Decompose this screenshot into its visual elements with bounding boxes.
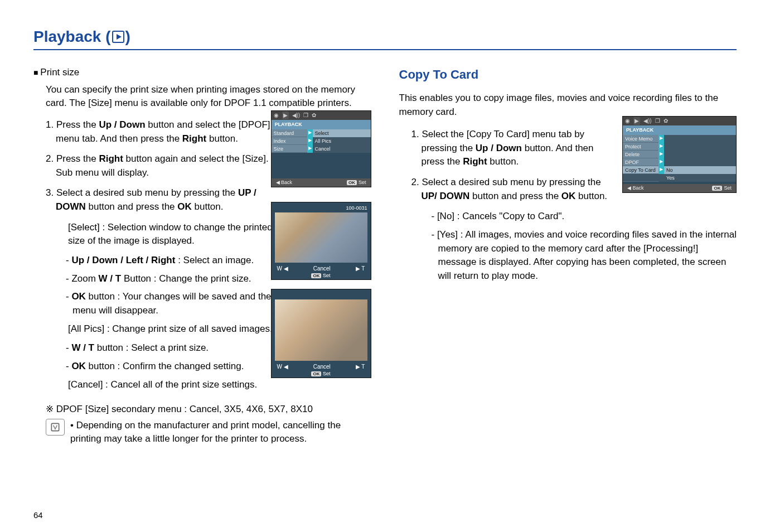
copy-title: Copy To Card [399, 66, 737, 84]
display-icon: ❐ [303, 112, 308, 120]
chevron-right-icon: ▶ [307, 145, 313, 153]
menu-row-size: Size▶Cancel [272, 145, 371, 153]
menu-row-protect: Protect▶ [623, 143, 736, 151]
zoom-w: W ◀ [277, 265, 288, 273]
camera-icon: ◉ [625, 117, 630, 125]
playback-tab-icon: ▶ [282, 112, 289, 120]
cancel-label: Cancel [313, 265, 331, 273]
camera-menu-copy: ◉ ▶ ◀)) ❐ ✿ PLAYBACK Voice Memo▶ Protect… [622, 116, 737, 193]
menu-footbar: ◀ BackOKSet [272, 178, 371, 187]
title-suffix: ) [125, 28, 130, 45]
right-column: Copy To Card This enables you to copy im… [399, 66, 737, 446]
photo-counter: 100-0031 [346, 205, 367, 212]
print-size-head: Print size [33, 66, 371, 80]
playback-icon [112, 31, 124, 43]
menu-row-yes: Yes [623, 174, 736, 182]
left-intro: You can specify the print size when prin… [46, 83, 371, 110]
display-icon: ❐ [655, 117, 660, 125]
playback-tab-icon: ▶ [633, 117, 640, 125]
photo-image [275, 212, 367, 263]
camera-photo-preview-1: 100-0031 W ◀ Cancel ▶ T OK Set [271, 202, 371, 280]
photo-image-2 [275, 299, 367, 361]
chevron-right-icon: ▶ [658, 143, 664, 151]
menu-row-voicememo: Voice Memo▶ [623, 135, 736, 143]
playback-label: PLAYBACK [623, 125, 736, 135]
copy-yes: - [Yes] : All images, movies and voice r… [438, 228, 737, 283]
zoom-w: W ◀ [277, 363, 288, 371]
page-number: 64 [33, 510, 43, 520]
footnote2: • Depending on the manufacturer and prin… [70, 419, 371, 446]
menu-row-standard: Standard▶Select [272, 129, 371, 137]
chevron-right-icon: ▶ [307, 129, 313, 137]
copy-intro: This enables you to copy image files, mo… [399, 91, 737, 119]
title-prefix: Playback ( [33, 28, 111, 45]
playback-label: PLAYBACK [272, 120, 371, 129]
camera-photo-preview-2: W ◀ Cancel ▶ T OK Set [271, 289, 371, 378]
menu-row-delete: Delete▶ [623, 151, 736, 158]
page-title: Playback () [33, 28, 737, 50]
chevron-right-icon: ▶ [658, 166, 664, 174]
left-column: Print size You can specify the print siz… [33, 66, 371, 446]
chevron-right-icon: ▶ [307, 137, 313, 145]
gear-icon: ✿ [664, 117, 668, 125]
menu-icons-bar: ◉ ▶ ◀)) ❐ ✿ [623, 117, 736, 125]
zoom-t: ▶ T [356, 363, 365, 371]
menu-row-dpof: DPOF▶ [623, 158, 736, 166]
sound-icon: ◀)) [292, 112, 301, 120]
chevron-right-icon: ▶ [658, 135, 664, 143]
copy-no: - [No] : Cancels "Copy to Card". [438, 210, 737, 224]
zoom-t: ▶ T [356, 265, 365, 273]
menu-footbar: ◀ BackOKSet [623, 184, 736, 192]
camera-icon: ◉ [274, 112, 279, 120]
menu-row-index: Index▶All Pics [272, 137, 371, 145]
sound-icon: ◀)) [643, 117, 652, 125]
menu-row-copytocard: Copy To Card▶No [623, 166, 736, 174]
chevron-right-icon: ▶ [658, 158, 664, 166]
camera-menu-dpof: ◉ ▶ ◀)) ❐ ✿ PLAYBACK Standard▶Select Ind… [271, 110, 371, 187]
footnote1: ※ DPOF [Size] secondary menu : Cancel, 3… [46, 403, 371, 417]
note-icon [46, 419, 65, 436]
gear-icon: ✿ [312, 112, 316, 120]
chevron-right-icon: ▶ [658, 151, 664, 158]
menu-icons-bar: ◉ ▶ ◀)) ❐ ✿ [272, 111, 371, 120]
note-row: • Depending on the manufacturer and prin… [46, 419, 371, 446]
cancel-label: Cancel [313, 363, 331, 371]
cancel-desc: [Cancel] : Cancel all of the print size … [68, 378, 371, 392]
